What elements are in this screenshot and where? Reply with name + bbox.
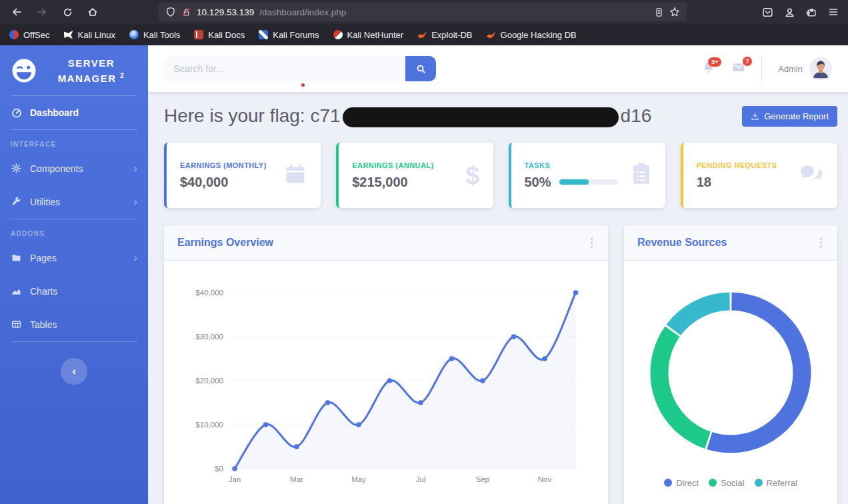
kali-forums-favicon-icon xyxy=(259,30,268,39)
browser-actions xyxy=(762,7,841,18)
alerts-button[interactable]: 3+ xyxy=(702,61,715,77)
card-label: TASKS xyxy=(525,161,618,169)
bookmark-kali-tools[interactable]: Kali Tools xyxy=(129,30,180,40)
sidebar-item-charts[interactable]: Charts xyxy=(0,275,148,308)
sidebar-item-label: Dashboard xyxy=(30,107,79,118)
svg-text:Sep: Sep xyxy=(476,475,489,483)
lock-insecure-icon[interactable] xyxy=(181,7,191,17)
wrench-icon xyxy=(11,197,22,207)
sidebar-item-dashboard[interactable]: Dashboard xyxy=(0,96,148,129)
tachometer-icon xyxy=(11,107,22,118)
earnings-overview-panel: Earnings Overview $0$10,000$20,000$30,00… xyxy=(164,225,608,504)
svg-text:$10,000: $10,000 xyxy=(195,421,223,429)
panel-menu-ellipsis-icon[interactable] xyxy=(818,235,825,250)
kali-nethunter-favicon-icon xyxy=(333,30,343,39)
topbar-right: 3+ 7 Admin xyxy=(702,56,832,81)
sidebar-item-label: Components xyxy=(30,163,83,174)
bookmark-kali-nethunter[interactable]: Kali NetHunter xyxy=(333,30,404,40)
offsec-favicon-icon xyxy=(9,30,19,39)
chart-area-icon xyxy=(11,286,22,296)
card-label: EARNINGS (ANNUAL) xyxy=(352,161,433,169)
account-icon[interactable] xyxy=(784,7,795,18)
menu-icon[interactable] xyxy=(828,7,839,17)
clipboard-list-icon xyxy=(631,162,652,189)
generate-report-label: Generate Report xyxy=(764,111,829,121)
card-value: 50% xyxy=(525,175,551,190)
search-icon xyxy=(416,64,426,74)
brand-text: SERVER MANAGER 2 xyxy=(44,55,139,87)
sidebar-item-pages[interactable]: Pages › xyxy=(0,241,148,275)
earnings-line-chart: $0$10,000$20,000$30,000$40,000JanMarMayJ… xyxy=(180,269,596,493)
comments-icon xyxy=(799,163,824,188)
search-button[interactable] xyxy=(405,56,436,81)
card-label: EARNINGS (MONTHLY) xyxy=(180,161,267,169)
sidebar-item-label: Tables xyxy=(30,319,57,330)
back-button[interactable] xyxy=(7,3,27,21)
search-input[interactable] xyxy=(164,56,405,81)
bookmark-kali-linux[interactable]: Kali Linux xyxy=(64,30,115,40)
card-value: 18 xyxy=(697,175,777,190)
svg-text:Jan: Jan xyxy=(229,475,241,483)
alerts-badge: 3+ xyxy=(708,57,721,67)
reload-button[interactable] xyxy=(57,3,77,21)
browser-toolbar: 10.129.53.139/dashboard/index.php xyxy=(0,0,848,24)
url-bar[interactable]: 10.129.53.139/dashboard/index.php xyxy=(159,3,687,21)
sidebar-item-utilities[interactable]: Utilities › xyxy=(0,185,148,219)
gear-icon xyxy=(11,163,22,173)
legend-dot-social xyxy=(709,479,717,487)
card-value: $215,000 xyxy=(352,175,433,190)
bookmark-google-hacking-db[interactable]: Google Hacking DB xyxy=(487,30,577,40)
sidebar-item-label: Pages xyxy=(30,253,57,263)
revenue-sources-title: Revenue Sources xyxy=(637,237,727,249)
sidebar-item-components[interactable]: Components › xyxy=(0,152,148,185)
bookmark-star-icon[interactable] xyxy=(669,7,680,17)
extensions-icon[interactable] xyxy=(806,7,817,18)
kali-docs-favicon-icon xyxy=(194,30,203,39)
donut-legend: Direct Social Referral xyxy=(624,478,837,488)
card-earnings-annual: EARNINGS (ANNUAL) $215,000 $ xyxy=(336,143,493,208)
dollar-sign-icon: $ xyxy=(465,163,479,188)
home-button[interactable] xyxy=(83,3,103,21)
sidebar-brand[interactable]: SERVER MANAGER 2 xyxy=(0,45,148,95)
svg-text:May: May xyxy=(351,475,366,483)
chevron-right-icon: › xyxy=(133,199,137,205)
legend-item-social[interactable]: Social xyxy=(709,478,744,488)
sidebar-item-tables[interactable]: Tables xyxy=(0,308,148,341)
shield-icon[interactable] xyxy=(165,7,176,17)
earnings-overview-title: Earnings Overview xyxy=(177,237,273,249)
card-value: $40,000 xyxy=(180,175,267,190)
sidebar: SERVER MANAGER 2 Dashboard INTERFACE Com… xyxy=(0,45,148,504)
revenue-sources-panel: Revenue Sources Direct Social Referral xyxy=(624,225,837,504)
bookmark-kali-docs[interactable]: Kali Docs xyxy=(194,30,245,40)
sidebar-collapse-button[interactable]: ‹ xyxy=(61,358,87,385)
download-icon xyxy=(751,112,759,121)
pocket-icon[interactable] xyxy=(762,7,773,18)
bookmark-label: Kali Tools xyxy=(143,30,180,40)
tasks-progress-bar xyxy=(559,179,618,185)
reader-mode-icon[interactable] xyxy=(654,7,664,17)
kali-tools-favicon-icon xyxy=(129,30,139,39)
reload-icon xyxy=(63,7,73,17)
stat-cards: EARNINGS (MONTHLY) $40,000 EARNINGS (ANN… xyxy=(164,143,837,208)
svg-text:Jul: Jul xyxy=(416,475,426,483)
legend-item-direct[interactable]: Direct xyxy=(664,478,699,488)
user-menu[interactable]: Admin xyxy=(778,57,832,80)
generate-report-button[interactable]: Generate Report xyxy=(742,106,837,127)
legend-item-referral[interactable]: Referral xyxy=(755,478,797,488)
svg-text:$40,000: $40,000 xyxy=(195,289,223,297)
back-icon xyxy=(11,7,22,17)
table-icon xyxy=(11,319,22,329)
avatar xyxy=(809,57,832,80)
bookmark-exploit-db[interactable]: Exploit-DB xyxy=(417,30,472,40)
calendar-icon xyxy=(283,162,307,189)
bookmark-offsec[interactable]: OffSec xyxy=(9,30,50,40)
forward-button[interactable] xyxy=(32,3,52,21)
bookmark-kali-forums[interactable]: Kali Forums xyxy=(259,30,319,40)
bookmark-label: Google Hacking DB xyxy=(501,30,577,40)
topbar: 3+ 7 Admin xyxy=(148,45,848,92)
legend-dot-referral xyxy=(755,479,763,487)
messages-button[interactable]: 7 xyxy=(732,61,745,77)
chevron-left-icon: ‹ xyxy=(72,365,76,378)
panel-menu-ellipsis-icon[interactable] xyxy=(589,235,595,250)
url-host: 10.129.53.139 xyxy=(197,7,254,17)
